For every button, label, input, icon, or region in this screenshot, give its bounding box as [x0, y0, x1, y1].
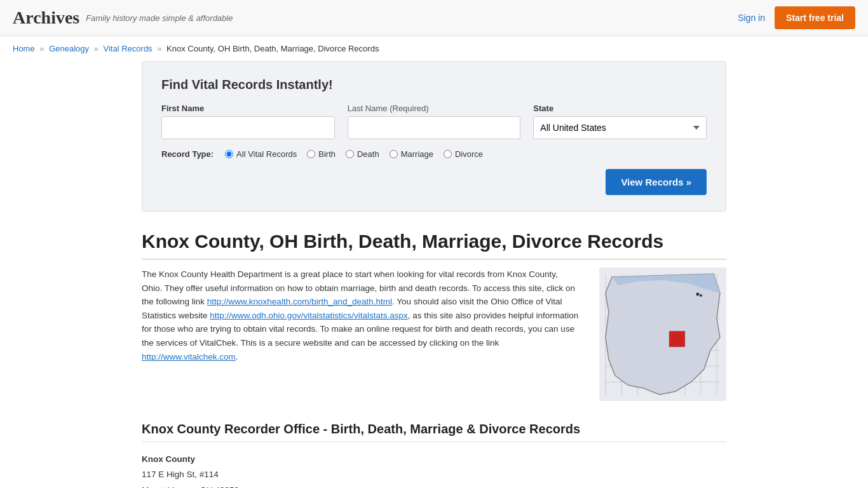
logo: Archives	[13, 8, 79, 28]
header-left: Archives Family history made simple & af…	[13, 8, 233, 28]
breadcrumb-genealogy[interactable]: Genealogy	[49, 44, 89, 53]
radio-all-label: All Vital Records	[236, 149, 297, 159]
content-description: The Knox County Health Department is a g…	[142, 268, 580, 403]
office-address2: Mount Vernon, OH 43050	[142, 483, 726, 488]
first-name-group: First Name	[161, 104, 335, 139]
ohio-map-svg	[599, 268, 726, 401]
breadcrumb-current: Knox County, OH Birth, Death, Marriage, …	[166, 44, 379, 53]
first-name-label: First Name	[161, 104, 335, 113]
breadcrumb-home[interactable]: Home	[13, 44, 35, 53]
radio-divorce-input[interactable]	[444, 150, 452, 158]
radio-divorce-label: Divorce	[455, 149, 483, 159]
radio-divorce[interactable]: Divorce	[444, 149, 483, 159]
record-type-radio-group: All Vital Records Birth Death Marriage D…	[225, 149, 483, 159]
last-name-group: Last Name (Required)	[348, 104, 521, 139]
breadcrumb-vital-records[interactable]: Vital Records	[104, 44, 153, 53]
sign-in-link[interactable]: Sign in	[738, 13, 765, 23]
svg-rect-16	[669, 331, 685, 347]
site-header: Archives Family history made simple & af…	[0, 0, 868, 36]
search-title: Find Vital Records Instantly!	[161, 78, 707, 92]
content-area: The Knox County Health Department is a g…	[142, 268, 726, 403]
last-name-input[interactable]	[348, 116, 521, 139]
radio-all-input[interactable]	[225, 150, 233, 158]
start-trial-button[interactable]: Start free trial	[775, 6, 855, 29]
office-address1: 117 E High St, #114	[142, 467, 726, 482]
office-name: Knox County	[142, 452, 726, 467]
radio-marriage-label: Marriage	[401, 149, 433, 159]
radio-marriage[interactable]: Marriage	[390, 149, 433, 159]
radio-all-vital[interactable]: All Vital Records	[225, 149, 297, 159]
svg-point-18	[700, 294, 702, 297]
main-content: Find Vital Records Instantly! First Name…	[129, 61, 739, 488]
search-fields: First Name Last Name (Required) State Al…	[161, 104, 707, 139]
odh-link[interactable]: http://www.odh.ohio.gov/vitalstatistics/…	[210, 311, 407, 320]
radio-death[interactable]: Death	[346, 149, 379, 159]
description-paragraph: The Knox County Health Department is a g…	[142, 268, 580, 363]
search-box: Find Vital Records Instantly! First Name…	[142, 61, 726, 212]
office-info: Knox County 117 E High St, #114 Mount Ve…	[142, 452, 726, 488]
knoxhealth-link[interactable]: http://www.knoxhealth.com/birth_and_deat…	[207, 297, 392, 306]
ohio-map-container	[599, 268, 726, 403]
recorder-section-heading: Knox County Recorder Office - Birth, Dea…	[142, 422, 726, 442]
state-group: State All United States Alabama Alaska A…	[533, 104, 707, 139]
view-records-row: View Records »	[161, 169, 707, 195]
breadcrumb: Home » Genealogy » Vital Records » Knox …	[0, 36, 868, 61]
radio-death-input[interactable]	[346, 150, 354, 158]
radio-birth-input[interactable]	[307, 150, 315, 158]
breadcrumb-sep-1: »	[39, 44, 44, 53]
radio-birth[interactable]: Birth	[307, 149, 336, 159]
vitalchek-link[interactable]: http://www.vitalchek.com	[142, 352, 236, 362]
radio-death-label: Death	[357, 149, 379, 159]
radio-marriage-input[interactable]	[390, 150, 398, 158]
record-type-label: Record Type:	[161, 149, 214, 159]
page-title: Knox County, OH Birth, Death, Marriage, …	[142, 231, 726, 260]
state-select[interactable]: All United States Alabama Alaska Arizona…	[533, 116, 707, 139]
state-label: State	[533, 104, 707, 113]
radio-birth-label: Birth	[318, 149, 336, 159]
last-name-label: Last Name (Required)	[348, 104, 521, 113]
breadcrumb-sep-3: »	[157, 44, 161, 53]
breadcrumb-sep-2: »	[94, 44, 98, 53]
header-right: Sign in Start free trial	[738, 6, 855, 29]
first-name-input[interactable]	[161, 116, 335, 139]
view-records-button[interactable]: View Records »	[606, 169, 707, 195]
svg-point-17	[696, 293, 700, 296]
record-type-row: Record Type: All Vital Records Birth Dea…	[161, 149, 707, 159]
logo-tagline: Family history made simple & affordable	[86, 13, 233, 23]
